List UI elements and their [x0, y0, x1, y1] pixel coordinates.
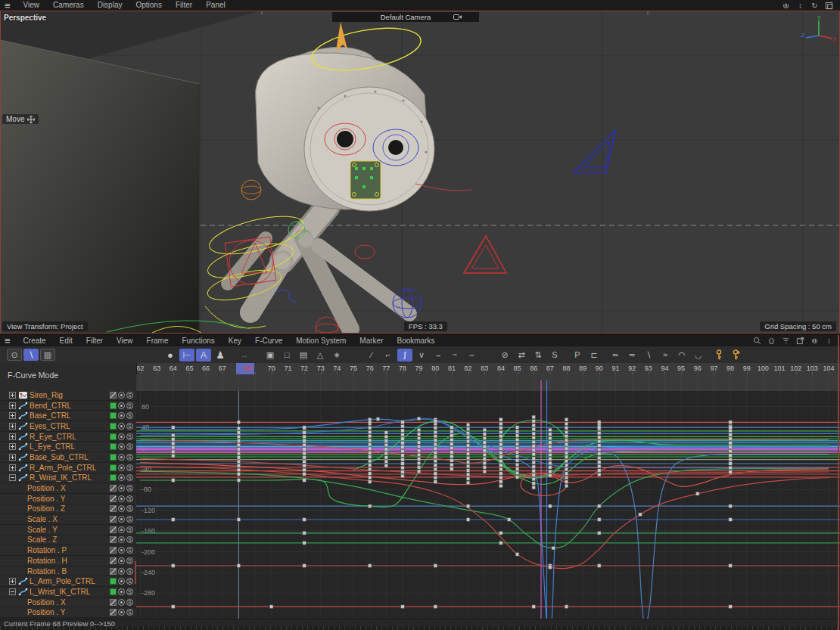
frame-number[interactable]: 74 — [329, 365, 344, 372]
frame-number[interactable]: 62 — [136, 365, 148, 372]
solo-icon[interactable]: S — [126, 505, 133, 512]
tree-channel-row[interactable]: Position . ZS — [0, 504, 136, 515]
frame-number[interactable]: 72 — [297, 365, 312, 372]
visibility-eye-icon[interactable] — [118, 609, 125, 616]
frame-number[interactable]: 77 — [378, 365, 394, 372]
curve-equal-icon[interactable]: ≈ — [658, 349, 673, 362]
tree-object-row[interactable]: Bend_CTRLS — [0, 401, 136, 411]
frame-number[interactable]: 67 — [215, 365, 230, 372]
frame-number[interactable]: 99 — [739, 365, 754, 372]
break-tangents-icon[interactable]: ⊘ — [497, 349, 512, 362]
clamp-icon[interactable]: ⊏ — [586, 349, 602, 362]
tl-menu-frame[interactable]: Frame — [140, 336, 176, 346]
timeline-scrollbar[interactable] — [0, 626, 840, 630]
visibility-eye-icon[interactable] — [118, 485, 125, 492]
current-frame-number[interactable]: 68 — [240, 365, 255, 372]
edit-toggle[interactable] — [110, 485, 117, 492]
track-color-toggle[interactable] — [110, 464, 117, 471]
visibility-eye-icon[interactable] — [118, 412, 125, 419]
menu-panel[interactable]: Panel — [199, 0, 232, 11]
frame-number[interactable]: 89 — [575, 365, 590, 372]
edit-toggle[interactable] — [110, 516, 117, 523]
frame-view-icon[interactable]: □ — [279, 349, 294, 362]
tree-object-row[interactable]: Base_Sub_CTRLS — [0, 452, 136, 463]
solo-icon[interactable]: S — [126, 443, 133, 450]
solo-icon[interactable]: S — [126, 423, 133, 430]
visibility-eye-icon[interactable] — [118, 505, 125, 512]
frame-number[interactable]: 66 — [198, 365, 213, 372]
solo-icon[interactable]: S — [126, 464, 133, 471]
menu-display[interactable]: Display — [91, 0, 129, 11]
solo-icon[interactable]: S — [126, 485, 133, 492]
solo-icon[interactable]: S — [126, 412, 133, 419]
solo-icon[interactable]: S — [126, 402, 133, 409]
frame-number[interactable]: 103 — [804, 365, 820, 372]
frame-number[interactable]: 102 — [789, 365, 804, 372]
frame-number[interactable]: 81 — [444, 365, 459, 372]
frame-number[interactable]: 79 — [412, 365, 427, 372]
tree-object-row[interactable]: Siren_RigS — [0, 390, 136, 401]
solo-icon[interactable]: S — [126, 516, 133, 523]
frame-number[interactable]: 97 — [706, 365, 721, 372]
move-vertical-icon[interactable]: ↕ — [795, 1, 805, 10]
track-color-toggle[interactable] — [110, 454, 117, 461]
tl-menu-key[interactable]: Key — [222, 336, 248, 346]
visibility-eye-icon[interactable] — [118, 392, 125, 399]
edit-toggle[interactable] — [110, 505, 117, 512]
tree-object-row[interactable]: L_Eye_CTRLS — [0, 442, 136, 452]
track-color-toggle[interactable] — [110, 412, 117, 419]
solo-icon[interactable]: S — [126, 609, 133, 616]
visibility-eye-icon[interactable] — [118, 402, 125, 409]
track-color-toggle[interactable] — [110, 474, 117, 481]
filter-icon[interactable] — [781, 337, 791, 346]
visibility-eye-icon[interactable] — [118, 474, 125, 481]
visibility-eye-icon[interactable] — [118, 547, 125, 554]
frame-number[interactable]: 70 — [264, 365, 279, 372]
tree-object-row[interactable]: L_Wrist_IK_CTRLS — [0, 587, 136, 597]
record-active-objects-icon[interactable]: ⊙ — [7, 349, 22, 361]
track-color-toggle[interactable] — [110, 423, 117, 430]
frame-number[interactable]: 95 — [674, 365, 689, 372]
tl-menu-filter[interactable]: Filter — [79, 336, 110, 346]
camera-selector[interactable]: Default Camera — [332, 12, 479, 22]
frame-number[interactable]: 80 — [428, 365, 443, 372]
frame-number[interactable]: 98 — [723, 365, 738, 372]
home-icon[interactable] — [767, 337, 776, 346]
viewport-3d[interactable]: Perspective Default Camera Move Y X Z Vi… — [0, 11, 840, 334]
move-vertical-icon[interactable]: ↕ — [824, 337, 834, 346]
tree-channel-row[interactable]: Scale . YS — [0, 525, 136, 535]
tangent-spline-icon[interactable]: ʃ — [397, 349, 412, 362]
tl-menu-edit[interactable]: Edit — [53, 336, 79, 346]
visibility-eye-icon[interactable] — [118, 516, 125, 523]
frame-number[interactable]: 63 — [149, 365, 164, 372]
visibility-eye-icon[interactable] — [118, 588, 125, 595]
tree-object-row[interactable]: R_Wrist_IK_CTRLS — [0, 473, 136, 484]
frame-number[interactable]: 75 — [346, 365, 361, 372]
edit-toggle[interactable] — [110, 536, 117, 543]
fcurve-canvas[interactable]: 80400-40-80-120-160-200-240-280 — [136, 374, 840, 619]
curve-circle-a-icon[interactable]: ◠ — [674, 349, 689, 362]
snapshot-icon[interactable]: ▤ — [296, 349, 311, 362]
visibility-eye-icon[interactable] — [118, 578, 125, 585]
lock-curve-a-icon[interactable]: ≃ — [608, 349, 623, 362]
lock-tangent-length-icon[interactable]: ⇅ — [530, 349, 546, 362]
tree-channel-row[interactable]: Position . XS — [0, 483, 136, 494]
character-mode-icon[interactable]: ♟ — [213, 349, 228, 362]
frame-number[interactable]: 96 — [690, 365, 705, 372]
track-color-toggle[interactable] — [110, 433, 117, 440]
solo-icon[interactable]: S — [126, 536, 133, 543]
solo-icon[interactable]: S — [126, 557, 133, 564]
frame-number[interactable]: 101 — [772, 365, 787, 372]
solo-icon[interactable]: S — [126, 454, 133, 461]
track-color-toggle[interactable] — [110, 578, 117, 585]
solo-icon[interactable]: S — [126, 547, 133, 554]
camera-icon[interactable] — [453, 14, 462, 20]
frame-number[interactable]: 87 — [543, 365, 558, 372]
tl-menu-view[interactable]: View — [110, 336, 140, 346]
frame-number[interactable]: 84 — [493, 365, 509, 372]
visibility-eye-icon[interactable] — [118, 443, 125, 450]
pan-hand-icon[interactable] — [781, 1, 791, 10]
tree-channel-row[interactable]: Rotation . BS — [0, 566, 136, 577]
tree-object-row[interactable]: R_Eye_CTRLS — [0, 432, 136, 442]
frame-number[interactable]: 86 — [526, 365, 541, 372]
